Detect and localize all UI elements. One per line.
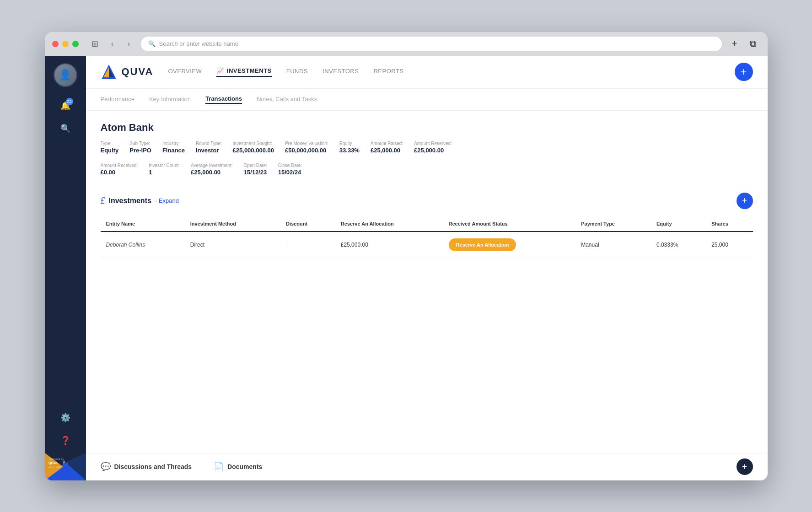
section-divider (101, 185, 753, 185)
sidebar-item-search[interactable]: 🔍 (56, 119, 75, 138)
document-icon: 📄 (214, 462, 224, 472)
col-discount: Discount (280, 216, 335, 232)
bottom-add-button[interactable]: + (737, 458, 753, 475)
nav-item-overview[interactable]: OVERVIEW (168, 68, 202, 76)
col-payment-type: Payment Type (575, 216, 651, 232)
sidebar-item-notifications[interactable]: 🔔 22 (56, 96, 75, 115)
detail-industry: Industry: Finance (162, 141, 185, 154)
address-text: Search or enter website name (159, 40, 238, 47)
browser-controls: ⊞ ‹ › (88, 37, 135, 51)
detail-amount-reserved: Amount Reserved: £25,000.00 (414, 141, 452, 154)
cell-reserve-allocation: £25,000.00 (335, 232, 443, 258)
nav-item-investors[interactable]: INVESTORS (323, 68, 359, 76)
col-investment-method: Investment Method (185, 216, 280, 232)
col-entity-name: Entity Name (101, 216, 185, 232)
detail-amount-raised: Amount Raised: £25,000.00 (371, 141, 403, 154)
cell-investment-method: Direct (185, 232, 280, 258)
nav-item-reports[interactable]: REPORTS (373, 68, 403, 76)
browser-titlebar: ⊞ ‹ › 🔍 Search or enter website name + ⧉ (45, 32, 768, 56)
documents-item[interactable]: 📄 Documents (214, 462, 262, 472)
gear-icon: ⚙️ (60, 413, 70, 423)
discussions-label: Discussions and Threads (114, 463, 192, 470)
search-icon: 🔍 (60, 124, 70, 134)
sidebar-toggle-button[interactable]: ⊞ (88, 37, 102, 51)
tab-transactions[interactable]: Transactions (205, 95, 242, 104)
bottom-bar: 💬 Discussions and Threads 📄 Documents + (86, 453, 768, 480)
discussions-item[interactable]: 💬 Discussions and Threads (101, 462, 192, 472)
cell-discount: - (280, 232, 335, 258)
detail-average-investment: Average Investment: £25,000.00 (191, 163, 233, 176)
logo-text: QUVA (122, 66, 154, 78)
detail-pre-money-valuation: Pre Money Valuation: £50,000,000.00 (285, 141, 328, 154)
address-bar[interactable]: 🔍 Search or enter website name (141, 37, 722, 51)
svg-text:Version M&O: Version M&O (48, 466, 61, 469)
detail-investor-count: Investor Count: 1 (149, 163, 180, 176)
close-button[interactable] (52, 41, 59, 47)
global-add-button[interactable]: + (735, 63, 753, 81)
documents-label: Documents (227, 463, 262, 470)
detail-type: Type: Equity (101, 141, 119, 154)
col-reserve-allocation: Reserve An Allocation (335, 216, 443, 232)
detail-round-type: Round Type: Investor (196, 141, 222, 154)
investments-table: Entity Name Investment Method Discount R… (101, 216, 753, 258)
detail-subtype: Sub Type: Pre-IPO (129, 141, 151, 154)
sub-nav: Performance Key Information Transactions… (86, 89, 768, 111)
expand-link[interactable]: - Expand (155, 197, 179, 204)
detail-amount-received: Amount Received: £0.00 (101, 163, 138, 176)
windows-button[interactable]: ⧉ (746, 37, 760, 51)
detail-close-date: Close Date: 15/02/24 (278, 163, 302, 176)
main-content: QUVA OVERVIEW 📈 INVESTMENTS FUNDS INVEST… (86, 56, 768, 480)
nav-item-investments[interactable]: 📈 INVESTMENTS (216, 67, 271, 77)
cell-received-amount-status: Reserve An Allocation (443, 232, 576, 258)
investments-section-header: £ Investments - Expand + (101, 193, 753, 209)
maximize-button[interactable] (72, 41, 79, 47)
reserve-allocation-button[interactable]: Reserve An Allocation (449, 238, 516, 251)
investments-title: Investments - Expand (109, 197, 179, 205)
minimize-button[interactable] (62, 41, 69, 47)
detail-open-date: Open Date: 15/12/23 (244, 163, 267, 176)
logo-area: QUVA (101, 64, 154, 80)
detail-equity: Equity 33.33% (339, 141, 360, 154)
cell-equity: 0.0333% (651, 232, 706, 258)
avatar: 👤 (54, 63, 77, 87)
svg-text:QUVA: QUVA (48, 461, 58, 465)
traffic-lights (52, 41, 79, 47)
top-nav: QUVA OVERVIEW 📈 INVESTMENTS FUNDS INVEST… (86, 56, 768, 89)
chart-icon: 📈 (216, 67, 224, 74)
sidebar: 👤 🔔 22 🔍 ⚙️ ❓ ↻ (45, 56, 86, 480)
pound-icon: £ (101, 195, 105, 206)
svg-text:Powered by: Powered by (49, 458, 64, 460)
sidebar-decoration: Powered by QUVA Version M&O (45, 426, 86, 480)
browser-content: 👤 🔔 22 🔍 ⚙️ ❓ ↻ (45, 56, 768, 480)
col-equity: Equity (651, 216, 706, 232)
table-header: Entity Name Investment Method Discount R… (101, 216, 753, 232)
nav-items: OVERVIEW 📈 INVESTMENTS FUNDS INVESTORS R… (168, 67, 734, 77)
cell-entity-name: Deborah Collins (101, 232, 185, 258)
tab-bar-right: + ⧉ (727, 37, 760, 51)
chat-icon: 💬 (101, 462, 111, 472)
company-details-row2: Amount Received: £0.00 Investor Count: 1… (101, 163, 753, 176)
tab-key-information[interactable]: Key Information (149, 96, 191, 103)
investments-add-button[interactable]: + (737, 193, 753, 209)
browser-window: ⊞ ‹ › 🔍 Search or enter website name + ⧉… (45, 32, 768, 480)
cell-payment-type: Manual (575, 232, 651, 258)
notification-badge: 22 (66, 98, 73, 105)
table-row: Deborah Collins Direct - £25,000.00 (101, 232, 753, 258)
tab-performance[interactable]: Performance (101, 96, 134, 103)
company-details-row1: Type: Equity Sub Type: Pre-IPO Industry:… (101, 141, 753, 154)
search-icon: 🔍 (148, 40, 156, 47)
logo-icon (101, 64, 117, 80)
sidebar-item-settings[interactable]: ⚙️ (56, 408, 75, 427)
back-button[interactable]: ‹ (106, 38, 119, 50)
nav-item-funds[interactable]: FUNDS (286, 68, 308, 76)
col-received-amount-status: Received Amount Status (443, 216, 576, 232)
tab-notes-calls-tasks[interactable]: Notes, Calls and Tasks (257, 96, 317, 103)
new-tab-button[interactable]: + (727, 37, 742, 51)
avatar-image: 👤 (54, 64, 76, 86)
detail-investment-sought: Investment Sought: £25,000,000.00 (233, 141, 274, 154)
cell-shares: 25,000 (706, 232, 753, 258)
forward-button[interactable]: › (123, 38, 135, 50)
col-shares: Shares (706, 216, 753, 232)
table-body: Deborah Collins Direct - £25,000.00 (101, 232, 753, 258)
company-name: Atom Bank (101, 122, 753, 134)
